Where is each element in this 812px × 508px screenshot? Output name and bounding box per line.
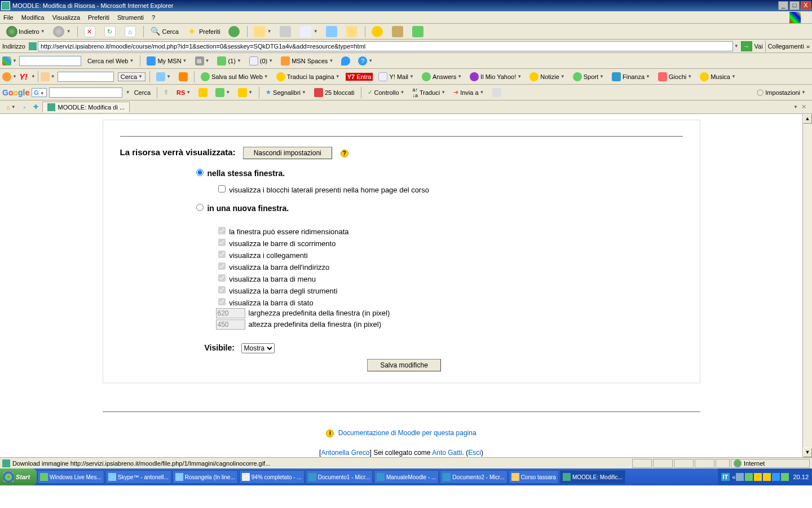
- task-8[interactable]: MOODLE: Modific...: [560, 470, 625, 484]
- msn-shield[interactable]: [339, 56, 352, 66]
- google-highlight[interactable]: [490, 87, 504, 98]
- research-button[interactable]: [344, 25, 361, 38]
- scroll-up[interactable]: ▲: [803, 114, 812, 124]
- stop-button[interactable]: ✕: [82, 25, 99, 38]
- start-button[interactable]: Start: [0, 468, 37, 485]
- browser-tab[interactable]: MOODLE: Modifica di ...: [42, 102, 130, 112]
- edit-button[interactable]: ▼: [298, 25, 320, 38]
- user1-link[interactable]: Antonella Greco: [321, 449, 369, 457]
- msn-rss[interactable]: ▧▼: [193, 56, 212, 66]
- google-rs[interactable]: RS▼: [174, 89, 193, 97]
- yahoo-translate[interactable]: Traduci la pagina▼: [274, 72, 342, 82]
- google-blocked[interactable]: 25 bloccati: [312, 87, 357, 98]
- menu-favorites[interactable]: Preferiti: [88, 14, 109, 21]
- tray-icon[interactable]: [736, 473, 744, 481]
- visible-select[interactable]: Mostra: [241, 343, 275, 353]
- google-ico2[interactable]: ▼: [213, 87, 232, 98]
- msn-spaces[interactable]: MSN Spaces▼: [279, 56, 336, 66]
- messenger-icon[interactable]: [410, 25, 427, 38]
- print-button[interactable]: [277, 25, 294, 38]
- yahoo-badge[interactable]: [176, 72, 190, 82]
- folder-button[interactable]: [390, 25, 407, 38]
- tray-icon[interactable]: [772, 473, 780, 481]
- yahoo-answers[interactable]: Answers▼: [420, 72, 464, 82]
- tab-add[interactable]: ✚: [31, 103, 41, 111]
- yahoo-entra[interactable]: Y7Entra: [346, 73, 373, 81]
- google-search-input[interactable]: [49, 87, 122, 98]
- history-button[interactable]: [226, 25, 243, 38]
- google-settings[interactable]: ◯Impostazioni▼: [754, 88, 808, 97]
- menu-view[interactable]: Visualizza: [52, 14, 80, 21]
- user2-link[interactable]: Anto Gatti: [432, 449, 462, 457]
- back-button[interactable]: Indietro▼: [4, 25, 47, 38]
- google-ico3[interactable]: ▼: [236, 87, 255, 98]
- maximize-button[interactable]: □: [789, 1, 800, 10]
- google-translate[interactable]: a↑↓aTraduci▼: [410, 86, 448, 99]
- msn-icon[interactable]: [2, 56, 11, 65]
- google-check[interactable]: ✓Controllo▼: [365, 88, 407, 97]
- task-2[interactable]: Rosangela (In line...: [173, 470, 238, 484]
- chk-show-blocks[interactable]: [218, 185, 226, 192]
- tab-new[interactable]: ▫: [21, 103, 28, 111]
- task-3[interactable]: 94% completato - ...: [239, 470, 304, 484]
- yahoo-sport[interactable]: Sport▼: [571, 72, 606, 82]
- google-send[interactable]: ➜Invia a▼: [451, 88, 486, 97]
- url-input[interactable]: [38, 41, 733, 51]
- tray-icon[interactable]: [763, 473, 771, 481]
- help-icon[interactable]: ?: [341, 150, 348, 157]
- yahoo-finance[interactable]: Finanza▼: [610, 72, 652, 82]
- google-up[interactable]: ⇧: [161, 88, 171, 97]
- yahoo-search-input[interactable]: [58, 72, 114, 82]
- url-dropdown[interactable]: ▼: [734, 43, 739, 49]
- tabs-close[interactable]: ✕: [801, 103, 806, 111]
- radio-new-window[interactable]: [196, 204, 204, 211]
- scroll-down[interactable]: ▼: [803, 448, 812, 457]
- tray-chevron[interactable]: «: [732, 474, 735, 480]
- msn-help[interactable]: ?▼: [356, 56, 375, 66]
- menu-edit[interactable]: Modifica: [21, 14, 45, 21]
- menu-file[interactable]: File: [3, 14, 14, 21]
- yahoo-popup[interactable]: ▼: [154, 72, 173, 82]
- close-button[interactable]: X: [801, 1, 811, 10]
- msn-msgr[interactable]: (1)▼: [215, 56, 243, 66]
- google-bookmarks[interactable]: ★Segnalibri▼: [263, 88, 308, 97]
- yahoo-search-btn[interactable]: Cerca▼: [118, 72, 145, 81]
- system-tray[interactable]: IT « 20.12: [718, 468, 812, 485]
- task-4[interactable]: Documento1 - Micr...: [306, 470, 373, 484]
- refresh-button[interactable]: ↻: [102, 25, 119, 38]
- tab-home[interactable]: ⌂▼: [4, 103, 18, 111]
- doc-link[interactable]: Documentazione di Moodle per questa pagi…: [338, 429, 476, 437]
- google-logo[interactable]: Google: [2, 88, 29, 97]
- task-1[interactable]: Skype™ - antonell...: [105, 470, 171, 484]
- clock[interactable]: 20.12: [793, 474, 809, 480]
- task-0[interactable]: Windows Live Mes...: [37, 470, 104, 484]
- mail-button[interactable]: ▼: [251, 25, 274, 38]
- forward-button[interactable]: ▼: [51, 25, 73, 38]
- radio-same-window[interactable]: [196, 169, 204, 176]
- yahoo-mio[interactable]: Il Mio Yahoo!▼: [467, 72, 524, 82]
- discuss-button[interactable]: [324, 25, 341, 38]
- yahoo-music[interactable]: Musica▼: [698, 72, 738, 82]
- google-g-dd[interactable]: G▼: [32, 88, 46, 97]
- msn-search-input[interactable]: [19, 56, 81, 66]
- yahoo-mail[interactable]: Y! Mail▼: [376, 72, 416, 82]
- go-button[interactable]: →: [741, 41, 752, 51]
- yahoo-games[interactable]: Giochi▼: [656, 72, 694, 82]
- msn-mail[interactable]: (0)▼: [247, 56, 275, 66]
- task-6[interactable]: Documento2 - Micr...: [440, 470, 507, 484]
- yahoo-logo[interactable]: Y!: [19, 72, 28, 81]
- menu-tools[interactable]: Strumenti: [117, 14, 144, 21]
- google-search-btn[interactable]: Cerca: [132, 89, 153, 97]
- search-button[interactable]: 🔍Cerca: [148, 25, 181, 38]
- logout-link[interactable]: Esci: [468, 449, 481, 457]
- tray-icon[interactable]: [781, 473, 789, 481]
- norton-button[interactable]: [369, 25, 386, 38]
- yahoo-news[interactable]: Notizie▼: [527, 72, 567, 82]
- pencil-icon[interactable]: [41, 72, 50, 81]
- tray-icon[interactable]: [754, 473, 762, 481]
- tray-icon[interactable]: [745, 473, 753, 481]
- google-ico1[interactable]: [196, 87, 210, 98]
- lang-indicator[interactable]: IT: [721, 473, 730, 481]
- yahoo-sun-icon[interactable]: [2, 72, 11, 81]
- favorites-button[interactable]: ★Preferiti: [184, 25, 223, 38]
